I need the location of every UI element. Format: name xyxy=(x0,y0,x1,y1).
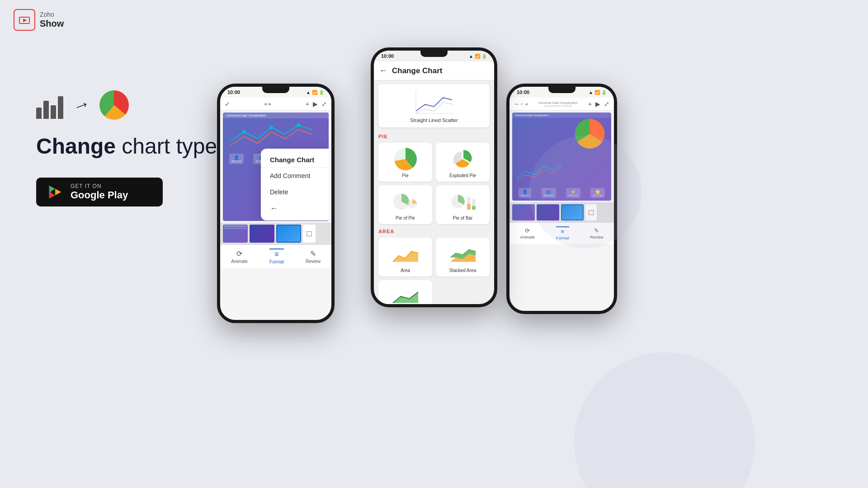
context-menu-back[interactable]: ← xyxy=(261,200,329,217)
phone-3-play-icon[interactable]: ▶ xyxy=(595,100,600,108)
area-chart-item[interactable]: Area xyxy=(378,238,432,277)
phone-2-status-icons: ▲ 📶 🔋 xyxy=(469,54,487,59)
bar-chart-icon xyxy=(36,92,63,119)
scatter-chart-svg xyxy=(414,89,454,116)
exploded-pie-item[interactable]: Exploded Pie xyxy=(436,143,490,182)
phone-2-screen: 10:00 ▲ 📶 🔋 ← Change Chart Straight Line… xyxy=(374,51,494,304)
stacked-area-item[interactable]: Stacked Area xyxy=(436,238,490,277)
area-label: Area xyxy=(382,268,429,273)
check-icon[interactable]: ✓ xyxy=(225,100,230,108)
logo-zoho-label: Zoho xyxy=(40,11,64,18)
phone-3-nav-animate[interactable]: ⟳ Animate xyxy=(520,227,535,239)
add-comment-item[interactable]: Add Comment xyxy=(261,168,329,184)
phone-2-time: 10:00 xyxy=(381,53,394,59)
phone-3-doc-title: Universal Data Visualization Last saved … xyxy=(528,101,588,107)
thumb-add-button[interactable]: □ xyxy=(303,225,316,243)
get-it-on-label: GET IT ON xyxy=(71,183,128,189)
thumb-slide-1[interactable] xyxy=(223,225,248,243)
phone-3-toolbar-right: + ▶ ⤢ xyxy=(588,100,609,108)
exploded-pie-img xyxy=(449,146,476,171)
slide-line-chart xyxy=(223,118,329,150)
logo-text: Zoho Show xyxy=(40,11,64,28)
add-icon[interactable]: + xyxy=(306,100,309,108)
svg-point-9 xyxy=(297,123,300,127)
stacked-area-label: Stacked Area xyxy=(439,268,486,273)
phone-1-toolbar: ✓ ◀ ▶ + ▶ ⤢ xyxy=(220,98,331,111)
bar-4 xyxy=(58,96,63,119)
area-chart-grid: Area Stacked Area xyxy=(374,236,494,278)
phone-3-share-icon[interactable]: ⤢ xyxy=(604,100,609,108)
pie-label: Pie xyxy=(382,173,429,178)
logo-icon xyxy=(14,9,35,31)
extra-area-img xyxy=(392,284,419,304)
phone-1-screen: 10:00 ▲ 📶 🔋 ✓ ◀ ▶ + ▶ ⤢ Universal Data V… xyxy=(220,87,331,320)
thumb-slide-3[interactable] xyxy=(276,225,301,243)
google-play-text: GET IT ON Google Play xyxy=(71,183,128,201)
logo-show-label: Show xyxy=(40,19,64,28)
slide-title: Universal Data Visualization xyxy=(223,113,329,118)
phone-1-status-icons: ▲ 📶 🔋 xyxy=(306,90,324,95)
svg-point-7 xyxy=(242,130,246,134)
phone-3-toolbar: ← ↺ ◀ Universal Data Visualization Last … xyxy=(509,98,614,111)
pie-chart-img xyxy=(392,146,419,171)
pie-chart-item[interactable]: Pie xyxy=(378,143,432,182)
google-play-icon xyxy=(47,184,63,200)
phone-1-notch xyxy=(262,87,289,93)
pie-of-bar-label: Pie of Bar xyxy=(439,216,486,221)
phone-2-notch xyxy=(420,51,448,57)
bar-2 xyxy=(43,101,49,119)
share-icon[interactable]: ⤢ xyxy=(321,100,327,108)
delete-item[interactable]: Delete xyxy=(261,184,329,200)
phone-3-back-icon[interactable]: ← xyxy=(514,100,520,108)
heading-normal: chart type xyxy=(116,134,217,158)
toolbar-right-icons: + ▶ ⤢ xyxy=(306,100,327,108)
play-icon[interactable]: ▶ xyxy=(313,100,318,108)
page-controls: ◀ ▶ xyxy=(264,102,272,106)
svg-marker-1 xyxy=(23,19,27,22)
extra-area-item[interactable] xyxy=(378,280,432,304)
pie-section-label: PIE xyxy=(374,131,494,141)
nav-animate[interactable]: ⟳ Animate xyxy=(231,249,248,264)
pie-of-pie-label: Pie of Pie xyxy=(382,216,429,221)
context-menu-title[interactable]: Change Chart xyxy=(261,152,329,168)
change-arrow-icon: → xyxy=(70,93,94,118)
more-area-items xyxy=(374,278,494,304)
thumb-slide-2[interactable] xyxy=(250,225,274,243)
bar-3 xyxy=(51,105,56,119)
exploded-pie-label: Exploded Pie xyxy=(439,173,486,178)
pie-chart-grid: Pie Exploded Pie xyxy=(374,141,494,226)
svg-rect-18 xyxy=(472,206,476,210)
pie-of-bar-item[interactable]: Pie of Bar xyxy=(436,185,490,224)
phone-3-status-icons: ▲ 📶 🔋 xyxy=(589,90,607,95)
phone-3-add-icon[interactable]: + xyxy=(588,100,592,108)
svg-rect-16 xyxy=(467,204,471,210)
phone-1-thumb-strip: □ xyxy=(220,223,331,244)
scatter-preview: Straight Lined Scatter xyxy=(378,84,490,127)
logo-area: Zoho Show xyxy=(14,9,64,31)
phone-3-page-controls: ↺ ◀ xyxy=(520,102,528,106)
change-chart-header: ← Change Chart xyxy=(374,61,494,80)
change-chart-title: Change Chart xyxy=(392,66,442,75)
scatter-label: Straight Lined Scatter xyxy=(383,117,485,123)
pie-chart-icon xyxy=(99,90,129,120)
svg-point-8 xyxy=(269,126,273,129)
nav-review[interactable]: ✎ Review xyxy=(306,249,321,264)
phone-3-time: 10:00 xyxy=(517,89,529,95)
change-chart-back[interactable]: ← xyxy=(379,66,387,75)
phone-3-notch xyxy=(548,87,576,93)
phone-1-bottom-nav: ⟳ Animate ≡ Format ✎ Review xyxy=(220,244,331,268)
phone-1-slide-canvas: Universal Data Visualization 👤 $314,178 … xyxy=(223,113,329,221)
stat-1: 👤 $314,178 xyxy=(229,154,244,164)
phone-1-time: 10:00 xyxy=(227,89,240,95)
stacked-area-img xyxy=(449,241,476,266)
nav-format[interactable]: ≡ Format xyxy=(269,249,284,264)
bg-curve-2 xyxy=(529,136,642,249)
svg-marker-19 xyxy=(392,251,418,262)
pie-of-pie-item[interactable]: Pie of Pie xyxy=(378,185,432,224)
bg-curve-1 xyxy=(574,352,755,488)
pie-of-pie-img xyxy=(392,189,419,214)
phone-1: 10:00 ▲ 📶 🔋 ✓ ◀ ▶ + ▶ ⤢ Universal Data V… xyxy=(217,84,335,323)
bar-1 xyxy=(36,108,42,119)
google-play-button[interactable]: GET IT ON Google Play xyxy=(36,178,163,206)
context-menu: Change Chart Add Comment Delete ← xyxy=(261,149,329,221)
